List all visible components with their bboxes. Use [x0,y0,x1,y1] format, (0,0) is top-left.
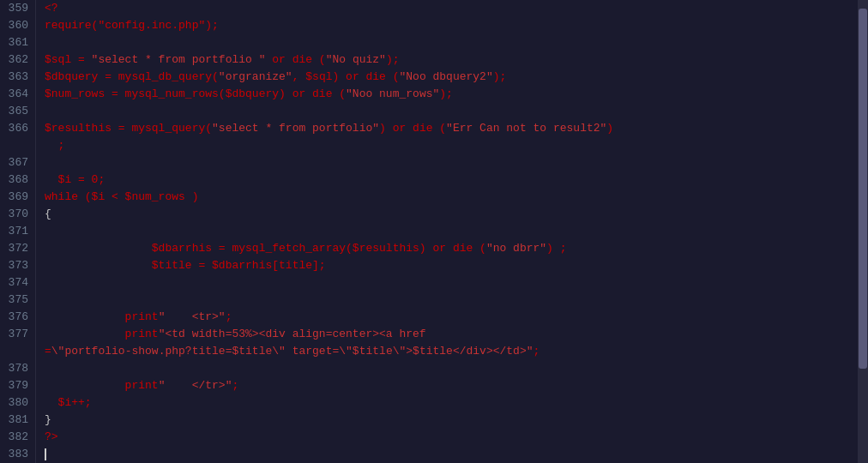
ln-377: 377 [0,326,35,343]
ln-366b [0,137,35,154]
code-line-372: $dbarrhis = mysql_fetch_array($resulthis… [45,240,858,257]
ln-370: 370 [0,206,35,223]
ln-364: 364 [0,86,35,103]
code-line-374 [45,274,858,292]
code-line-362: $sql = "select * from portfolio " or die… [45,51,858,69]
ln-368: 368 [0,171,35,189]
scrollbar-thumb[interactable] [859,9,867,369]
ln-381: 381 [0,412,35,429]
code-line-383 [45,446,858,463]
code-line-363: $dbquery = mysql_db_query("orgranize", $… [45,69,858,86]
ln-379: 379 [0,377,35,394]
ln-366: 366 [0,120,35,137]
ln-376: 376 [0,309,35,326]
ln-367: 367 [0,154,35,171]
ln-378: 378 [0,360,35,377]
code-line-377b: =\"portfolio-show.php?title=$title\" tar… [45,343,858,360]
ln-359: 359 [0,0,35,17]
ln-361: 361 [0,34,35,51]
code-line-382: ?> [45,429,858,446]
ln-375: 375 [0,292,35,309]
ln-382: 382 [0,429,35,446]
code-line-366: $resulthis = mysql_query("select * from … [45,120,858,137]
code-line-368: $i = 0; [45,171,858,189]
code-area[interactable]: <? require("config.inc.php"); $sql = "se… [36,0,858,463]
code-line-371 [45,223,858,240]
ln-363: 363 [0,69,35,86]
ln-362: 362 [0,51,35,69]
ln-372: 372 [0,240,35,257]
code-line-369: while ($i < $num_rows ) [45,189,858,206]
ln-374: 374 [0,274,35,292]
ln-383: 383 [0,446,35,463]
line-numbers: 359 360 361 362 363 364 365 366 367 368 … [0,0,36,463]
ln-380: 380 [0,394,35,412]
code-line-375 [45,292,858,309]
ln-360: 360 [0,17,35,34]
code-line-370: { [45,206,858,223]
code-line-380: $i++; [45,394,858,412]
code-line-376: print" <tr>"; [45,309,858,326]
ln-369: 369 [0,189,35,206]
code-line-361 [45,34,858,51]
ln-371: 371 [0,223,35,240]
code-line-378 [45,360,858,377]
code-line-379: print" </tr>"; [45,377,858,394]
scrollbar[interactable] [858,0,868,463]
code-line-366b: ; [45,137,858,154]
code-line-377: print"<td width=53%><div align=center><a… [45,326,858,343]
code-line-359: <? [45,0,858,17]
editor-container: 359 360 361 362 363 364 365 366 367 368 … [0,0,868,463]
code-line-365 [45,103,858,120]
code-line-373: $title = $dbarrhis[title]; [45,257,858,274]
text-cursor [45,448,46,460]
ln-365: 365 [0,103,35,120]
code-line-364: $num_rows = mysql_num_rows($dbquery) or … [45,86,858,103]
code-line-367 [45,154,858,171]
code-line-360: require("config.inc.php"); [45,17,858,34]
ln-377b [0,343,35,360]
ln-373: 373 [0,257,35,274]
code-line-381: } [45,412,858,429]
